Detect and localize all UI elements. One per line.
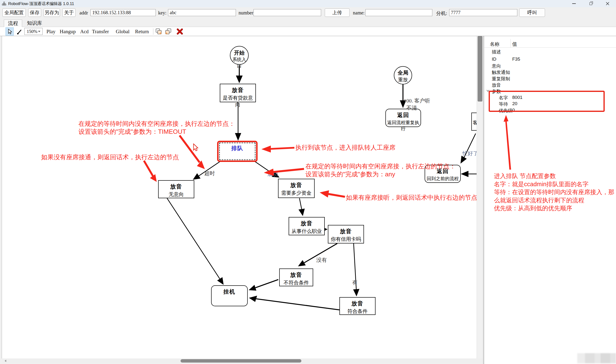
delete-x-icon bbox=[176, 28, 183, 35]
node-play-unqualified[interactable]: 放音 不符合条件 bbox=[279, 269, 313, 286]
tab-bar: 流程 知识库 bbox=[0, 19, 616, 27]
node-subtitle: 回到之前的流程 bbox=[425, 176, 460, 182]
node-play-job[interactable]: 放音 从事什么职业 bbox=[289, 217, 325, 235]
name-input[interactable] bbox=[365, 9, 432, 16]
annotation-agent-answer: 如果有座席接听，则返回话术中执行右边的节点 bbox=[346, 194, 477, 202]
paste-node-button[interactable] bbox=[165, 28, 172, 36]
node-play-nointent[interactable]: 放音 无意向 bbox=[158, 180, 194, 198]
node-title: 排队 bbox=[220, 144, 255, 152]
annotation-enter-queue: 执行到该节点，进入排队转人工座席 bbox=[295, 143, 396, 152]
acd-tool[interactable]: Acd bbox=[80, 29, 89, 35]
node-play-intent[interactable]: 放音 是否有贷款意向 bbox=[220, 84, 256, 102]
edge-qualified-to-hangup[interactable] bbox=[249, 296, 339, 310]
node-title: 放音 bbox=[328, 228, 363, 235]
panel-note-line5: 优先级：从高到低的优先顺序 bbox=[494, 204, 572, 212]
node-title: 开始 bbox=[230, 49, 248, 56]
prop-row-label[interactable]: ID bbox=[492, 56, 496, 62]
addr-input[interactable] bbox=[91, 9, 156, 16]
panel-note-line2: 名字：就是ccadmin排队里面的名字 bbox=[494, 180, 589, 188]
transfer-tool[interactable]: Transfer bbox=[92, 29, 109, 35]
line-tool-icon bbox=[16, 28, 23, 35]
property-panel: 名称 值 描述 ID F35 意向 触发通知 重复限制 放音 参数 名字 800… bbox=[484, 36, 616, 364]
titlebar: RobotFlow-顶顶通话术编辑器 1.0.11 bbox=[0, 0, 616, 7]
panel-note-line4: 么就返回话术流程执行剩下的流程 bbox=[494, 196, 584, 204]
tab-flow[interactable]: 流程 bbox=[4, 19, 22, 27]
edit-toolbar: 150% Play Hangup Acd Transfer Global Ret… bbox=[0, 27, 616, 36]
addr-label: addr bbox=[80, 10, 88, 16]
annotation-timeout-line2: 设置该箭头的"完成"参数为：TIMEOUT bbox=[79, 128, 186, 136]
node-start[interactable]: 开始 系统入口 bbox=[230, 46, 249, 65]
copy-node-button[interactable] bbox=[155, 28, 162, 36]
extension-input[interactable] bbox=[449, 9, 517, 16]
node-subtitle: 从事什么职业 bbox=[289, 228, 324, 234]
prop-row-value[interactable]: F35 bbox=[512, 56, 520, 62]
queue-dashed-box: 排队 bbox=[219, 143, 255, 160]
save-as-button[interactable]: 另存为 bbox=[44, 8, 60, 17]
save-button[interactable]: 保存 bbox=[28, 8, 41, 17]
upload-button[interactable]: 上传 bbox=[325, 8, 349, 17]
edge-right-to-returnprev[interactable] bbox=[461, 171, 477, 177]
node-queue-selected[interactable]: 排队 bbox=[217, 141, 258, 162]
node-play-credit[interactable]: 放音 你有信用卡吗 bbox=[328, 225, 364, 244]
edge-funds-to-job[interactable] bbox=[298, 198, 305, 216]
vertical-scroll-thumb[interactable] bbox=[478, 36, 482, 102]
prop-row-label[interactable]: 重复限制 bbox=[492, 76, 510, 82]
edge-credit-yes[interactable] bbox=[353, 244, 359, 296]
close-button[interactable] bbox=[599, 0, 616, 7]
edge-unqualified-to-hangup[interactable] bbox=[249, 280, 278, 291]
node-hangup[interactable]: 挂机 bbox=[211, 285, 248, 306]
connector-tool-button[interactable] bbox=[15, 27, 24, 36]
column-header-name: 名称 bbox=[490, 41, 499, 47]
window-title: RobotFlow-顶顶通话术编辑器 1.0.11 bbox=[8, 1, 74, 6]
panel-splitter[interactable] bbox=[483, 36, 484, 364]
annotation-timeout-line1: 在规定的等待时间内没有空闲座席接，执行左边的节点： bbox=[79, 119, 235, 128]
return-tool[interactable]: Return bbox=[135, 29, 149, 35]
flow-canvas[interactable]: 开始 系统入口 放音 是否有贷款意向 排队 放音 无意向 放音 需要多少资金 放… bbox=[2, 36, 477, 358]
canvas-horizontal-scrollbar[interactable] bbox=[2, 358, 483, 363]
minimize-button[interactable] bbox=[565, 0, 582, 7]
edge-global-to-return[interactable] bbox=[400, 84, 406, 108]
node-subtitle: 系统入口 bbox=[230, 56, 248, 69]
node-clipped[interactable]: 客 bbox=[471, 113, 477, 131]
prop-row-label[interactable]: 放音 bbox=[492, 82, 501, 88]
global-tool[interactable]: Global bbox=[116, 29, 130, 35]
annotation-any-line1: 在规定的等待时间内有空闲座席接，执行左边的节点： bbox=[306, 162, 456, 170]
prop-row-label[interactable]: 意向 bbox=[492, 63, 501, 69]
node-title: 客 bbox=[473, 119, 477, 126]
restore-button[interactable] bbox=[582, 0, 599, 7]
node-title: 挂机 bbox=[212, 288, 247, 295]
edge-intent-to-queue[interactable] bbox=[235, 103, 241, 141]
node-play-qualified[interactable]: 放音 符合条件 bbox=[339, 297, 375, 315]
app-icon bbox=[2, 1, 6, 6]
global-config-button[interactable]: 全局配置 bbox=[2, 8, 26, 17]
pointer-tool-button[interactable] bbox=[6, 27, 14, 36]
prop-row-label[interactable]: 触发通知 bbox=[492, 69, 510, 76]
play-tool[interactable]: Play bbox=[46, 29, 55, 35]
panel-note-line1: 进入排队 节点配置参数 bbox=[494, 172, 556, 180]
annotation-any-line2: 设置该箭头的"完成"参数为：any bbox=[306, 170, 395, 179]
edge-nointent-to-hangup[interactable] bbox=[167, 198, 224, 285]
edge-busy-to-returnprev[interactable] bbox=[460, 133, 476, 164]
node-global-replay[interactable]: 全局 重放 bbox=[394, 66, 412, 84]
node-subtitle: 不符合条件 bbox=[280, 279, 313, 286]
edge-label-unclear-line2: 不清 bbox=[406, 104, 417, 112]
canvas-vertical-scrollbar[interactable] bbox=[477, 36, 483, 358]
node-subtitle: 需要多少资金 bbox=[279, 190, 314, 196]
zoom-select[interactable]: 150% bbox=[24, 28, 43, 35]
copy-icon bbox=[155, 28, 162, 35]
hangup-tool[interactable]: Hangup bbox=[60, 29, 76, 35]
about-button[interactable]: 关于 bbox=[62, 8, 76, 17]
tab-knowledge[interactable]: 知识库 bbox=[23, 19, 46, 27]
node-play-funds[interactable]: 放音 需要多少资金 bbox=[278, 179, 315, 198]
edge-label-success: 成功 bbox=[268, 170, 278, 178]
scroll-left-arrow-icon[interactable] bbox=[5, 360, 6, 362]
node-title: 全局 bbox=[394, 69, 412, 77]
call-button[interactable]: 呼叫 bbox=[519, 8, 545, 17]
key-input[interactable] bbox=[168, 9, 236, 16]
delete-node-button[interactable] bbox=[176, 28, 183, 36]
red-arrow-params bbox=[504, 115, 511, 169]
node-subtitle: 你有信用卡吗 bbox=[328, 236, 363, 243]
prop-row-label[interactable]: 描述 bbox=[492, 49, 501, 55]
horizontal-scroll-thumb[interactable] bbox=[181, 359, 301, 363]
number-input[interactable] bbox=[254, 9, 321, 16]
